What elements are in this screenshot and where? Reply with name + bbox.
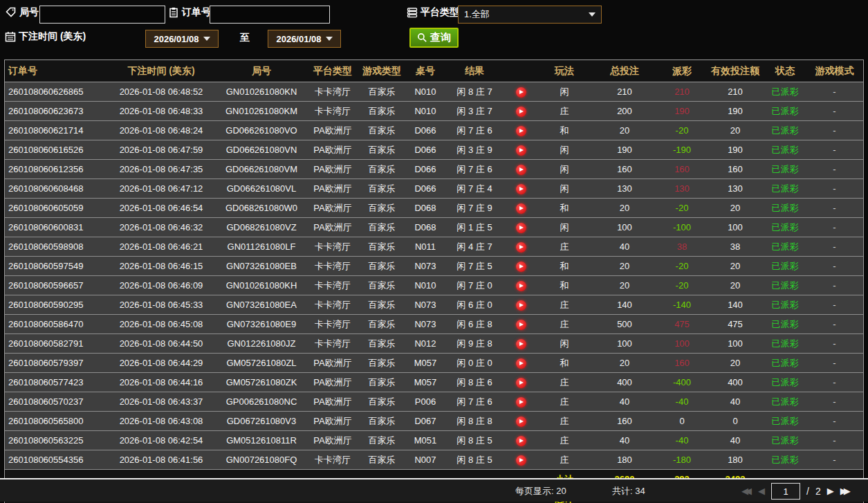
play-icon[interactable] — [516, 378, 526, 388]
cell-round-id: GM0512610811R — [215, 431, 308, 450]
cell-payout: -400 — [658, 373, 706, 392]
play-icon[interactable] — [516, 87, 526, 98]
cell-round-id: GP006261080NC — [215, 392, 308, 412]
play-icon[interactable] — [516, 145, 526, 156]
cell-status: 已派彩 — [764, 121, 806, 140]
cell-status: 已派彩 — [764, 140, 806, 160]
cell-play-type: 闲 — [537, 179, 591, 199]
cell-replay — [504, 121, 537, 140]
cell-order-id: 260108060577423 — [5, 373, 107, 392]
cell-play-type: 庄 — [537, 295, 591, 315]
play-icon[interactable] — [516, 184, 526, 194]
cell-payout: -190 — [658, 140, 706, 160]
cell-payout: 160 — [658, 354, 706, 373]
cell-replay — [504, 354, 537, 373]
cell-play-type: 闲 — [537, 140, 591, 160]
play-icon[interactable] — [516, 320, 526, 330]
cell-bet-time: 2026-01-08 06:44:29 — [107, 354, 215, 373]
date-to-picker[interactable]: 2026/01/08 — [268, 30, 341, 48]
play-icon[interactable] — [516, 242, 526, 253]
col-header-round-id: 局号 — [215, 60, 308, 82]
play-icon[interactable] — [516, 455, 526, 466]
cell-round-id: GD066261080VO — [215, 121, 308, 140]
cell-valid-bet: 40 — [706, 431, 764, 450]
cell-play-type: 和 — [537, 354, 591, 373]
cell-payout: 210 — [658, 82, 706, 102]
play-icon[interactable] — [516, 281, 526, 291]
cell-table-no: N073 — [406, 315, 445, 334]
cell-status: 已派彩 — [764, 199, 806, 218]
cell-game-mode: - — [806, 199, 863, 218]
table-row: 260108060616526 2026-01-08 06:47:59 GD06… — [5, 140, 863, 160]
cell-game-type: 百家乐 — [358, 121, 406, 140]
cell-replay — [504, 334, 537, 354]
cell-game-type: 百家乐 — [358, 160, 406, 179]
cell-result: 闲 0 庄 0 — [445, 354, 504, 373]
play-icon[interactable] — [516, 107, 526, 117]
cell-table-no: N010 — [406, 102, 445, 121]
cell-round-id: GN011261080LF — [215, 237, 308, 257]
cell-bet-time: 2026-01-08 06:47:35 — [107, 160, 215, 179]
play-icon[interactable] — [516, 397, 526, 408]
cell-bet-time: 2026-01-08 06:41:56 — [107, 450, 215, 470]
cell-payout: 38 — [658, 237, 706, 257]
cell-result: 闲 8 庄 5 — [445, 450, 504, 470]
cell-valid-bet: 0 — [706, 412, 764, 431]
cell-platform: 卡卡湾厅 — [308, 276, 358, 295]
cell-round-id: GN010261080KN — [215, 82, 308, 102]
play-icon[interactable] — [516, 417, 526, 427]
table-row: 260108060577423 2026-01-08 06:44:16 GM05… — [5, 373, 863, 392]
cell-bet-time: 2026-01-08 06:44:50 — [107, 334, 215, 354]
cell-table-no: D066 — [406, 179, 445, 199]
platform-select[interactable]: 1.全部 — [458, 6, 602, 24]
search-button[interactable]: 查询 — [409, 28, 459, 48]
page-number-input[interactable] — [771, 483, 800, 500]
cell-result: 闲 8 庄 5 — [445, 431, 504, 450]
cell-status: 已派彩 — [764, 412, 806, 431]
cell-bet-time: 2026-01-08 06:48:24 — [107, 121, 215, 140]
cell-valid-bet: 20 — [706, 354, 764, 373]
filter-bar: 局号 订单号 平台类型 1.全部 下注时间 (美东) 2026 — [0, 0, 868, 58]
cell-replay — [504, 392, 537, 412]
table-header-row: 订单号 下注时间 (美东) 局号 平台类型 游戏类型 桌号 结果 玩法 总投注 … — [5, 60, 863, 82]
cell-bet-time: 2026-01-08 06:47:59 — [107, 140, 215, 160]
play-icon[interactable] — [516, 262, 526, 272]
col-header-table-no: 桌号 — [406, 60, 445, 82]
cell-game-type: 百家乐 — [358, 373, 406, 392]
cell-replay — [504, 315, 537, 334]
cell-result: 闲 7 庄 9 — [445, 199, 504, 218]
col-header-game-type: 游戏类型 — [358, 60, 406, 82]
cell-platform: 卡卡湾厅 — [308, 237, 358, 257]
play-icon[interactable] — [516, 358, 526, 369]
cell-payout: -20 — [658, 276, 706, 295]
date-from-value: 2026/01/08 — [154, 34, 198, 44]
round-input[interactable] — [39, 6, 165, 24]
cell-game-type: 百家乐 — [358, 102, 406, 121]
play-icon[interactable] — [516, 339, 526, 349]
order-input[interactable] — [210, 6, 330, 24]
bet-records-table: 订单号 下注时间 (美东) 局号 平台类型 游戏类型 桌号 结果 玩法 总投注 … — [4, 60, 864, 503]
cell-round-id: GN007261080FQ — [215, 450, 308, 470]
cell-result: 闲 6 庄 8 — [445, 315, 504, 334]
play-icon[interactable] — [516, 300, 526, 311]
cell-game-type: 百家乐 — [358, 237, 406, 257]
cell-order-id: 260108060612356 — [5, 160, 107, 179]
play-icon[interactable] — [516, 436, 526, 446]
last-page-icon[interactable]: ▶▶ — [840, 484, 851, 499]
cell-replay — [504, 276, 537, 295]
first-page-icon[interactable]: ◀◀ — [741, 484, 752, 499]
cell-result: 闲 7 庄 4 — [445, 179, 504, 199]
date-from-picker[interactable]: 2026/01/08 — [145, 30, 219, 48]
play-icon[interactable] — [516, 126, 526, 136]
cell-payout: 475 — [658, 315, 706, 334]
platform-filter-label: 平台类型 — [421, 6, 459, 19]
prev-page-icon[interactable]: ◀ — [758, 484, 765, 499]
table-row: 260108060608468 2026-01-08 06:47:12 GD06… — [5, 179, 863, 199]
play-icon[interactable] — [516, 165, 526, 175]
cell-table-no: N012 — [406, 334, 445, 354]
play-icon[interactable] — [516, 223, 526, 233]
cell-game-type: 百家乐 — [358, 179, 406, 199]
next-page-icon[interactable]: ▶ — [827, 484, 834, 499]
play-icon[interactable] — [516, 203, 526, 214]
cell-status: 已派彩 — [764, 276, 806, 295]
